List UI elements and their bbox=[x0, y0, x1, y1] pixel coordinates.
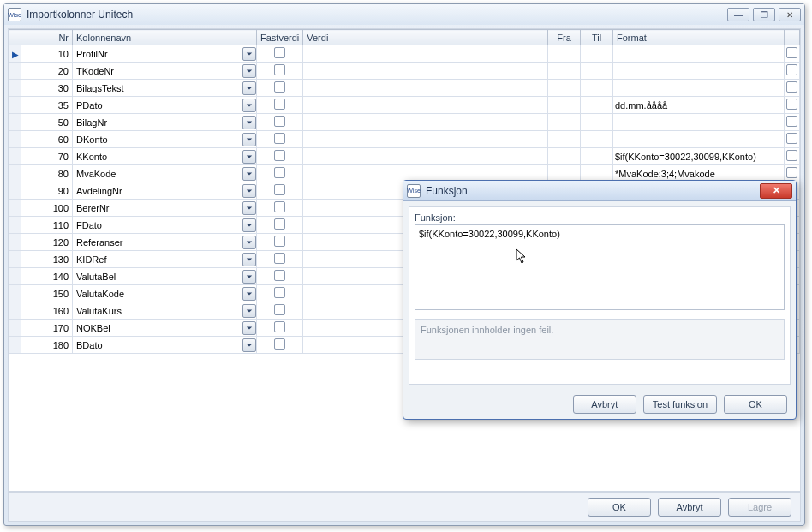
tail-checkbox[interactable] bbox=[786, 99, 797, 110]
tail-checkbox[interactable] bbox=[786, 133, 797, 144]
row-handle[interactable] bbox=[9, 251, 21, 268]
cell-format[interactable]: $if(KKonto=30022,30099,KKonto) bbox=[613, 148, 785, 165]
cell-name[interactable]: PDato bbox=[73, 97, 257, 114]
fastverdi-checkbox[interactable] bbox=[274, 133, 285, 144]
cell-format[interactable]: dd.mm.åååå bbox=[613, 97, 785, 114]
cell-fastverdi[interactable] bbox=[257, 80, 303, 97]
cell-name[interactable]: KKonto bbox=[73, 148, 257, 165]
cell-name[interactable]: Referanser bbox=[73, 234, 257, 251]
cell-name[interactable]: BererNr bbox=[73, 200, 257, 217]
cell-nr[interactable]: 150 bbox=[21, 285, 73, 302]
cell-nr[interactable]: 30 bbox=[21, 80, 73, 97]
row-handle[interactable] bbox=[9, 148, 21, 165]
cell-nr[interactable]: 10 bbox=[21, 45, 73, 63]
table-row[interactable]: 20TKodeNr bbox=[9, 63, 800, 80]
cell-name[interactable]: ProfilNr bbox=[73, 45, 257, 63]
col-name[interactable]: Kolonnenavn bbox=[73, 30, 257, 45]
cell-fastverdi[interactable] bbox=[257, 217, 303, 234]
fastverdi-checkbox[interactable] bbox=[274, 253, 285, 264]
row-handle[interactable] bbox=[9, 114, 21, 131]
cell-til[interactable] bbox=[581, 131, 613, 148]
cell-name[interactable]: KIDRef bbox=[73, 251, 257, 268]
row-handle[interactable] bbox=[9, 182, 21, 200]
cell-nr[interactable]: 100 bbox=[21, 200, 73, 217]
fastverdi-checkbox[interactable] bbox=[274, 338, 285, 350]
dropdown-icon[interactable] bbox=[242, 184, 256, 198]
cell-name[interactable]: TKodeNr bbox=[73, 63, 257, 80]
cell-verdi[interactable] bbox=[303, 148, 548, 165]
cell-name[interactable]: ValutaKode bbox=[73, 285, 257, 302]
cell-fastverdi[interactable] bbox=[257, 165, 303, 182]
dropdown-icon[interactable] bbox=[242, 167, 256, 181]
row-handle[interactable] bbox=[9, 285, 21, 302]
cell-til[interactable] bbox=[581, 97, 613, 114]
fastverdi-checkbox[interactable] bbox=[274, 116, 285, 127]
cell-nr[interactable]: 20 bbox=[21, 63, 73, 80]
minimize-button[interactable]: — bbox=[727, 8, 749, 21]
cell-name[interactable]: ValutaKurs bbox=[73, 302, 257, 320]
cell-nr[interactable]: 160 bbox=[21, 302, 73, 320]
cell-fastverdi[interactable] bbox=[257, 302, 303, 320]
cell-fastverdi[interactable] bbox=[257, 337, 303, 354]
row-handle[interactable] bbox=[9, 268, 21, 285]
col-fra[interactable]: Fra bbox=[548, 30, 581, 45]
dropdown-icon[interactable] bbox=[242, 236, 256, 249]
cell-til[interactable] bbox=[581, 114, 613, 131]
cell-nr[interactable]: 50 bbox=[21, 114, 73, 131]
tail-checkbox[interactable] bbox=[786, 116, 797, 127]
dropdown-icon[interactable] bbox=[242, 321, 256, 335]
fastverdi-checkbox[interactable] bbox=[274, 236, 285, 247]
save-button[interactable]: Lagre bbox=[728, 498, 791, 517]
fastverdi-checkbox[interactable] bbox=[274, 270, 285, 281]
close-button[interactable]: ✕ bbox=[779, 8, 801, 21]
dropdown-icon[interactable] bbox=[242, 338, 256, 352]
fastverdi-checkbox[interactable] bbox=[274, 81, 285, 93]
cell-verdi[interactable] bbox=[303, 45, 548, 63]
cell-fastverdi[interactable] bbox=[257, 251, 303, 268]
dialog-ok-button[interactable]: OK bbox=[724, 395, 787, 414]
cell-nr[interactable]: 60 bbox=[21, 131, 73, 148]
row-handle[interactable] bbox=[9, 80, 21, 97]
fastverdi-checkbox[interactable] bbox=[274, 304, 285, 315]
cell-fastverdi[interactable] bbox=[257, 182, 303, 200]
table-row[interactable]: 30BilagsTekst bbox=[9, 80, 800, 97]
cell-name[interactable]: MvaKode bbox=[73, 165, 257, 182]
cell-nr[interactable]: 90 bbox=[21, 182, 73, 200]
cell-fra[interactable] bbox=[548, 148, 581, 165]
cell-name[interactable]: FDato bbox=[73, 217, 257, 234]
row-handle[interactable] bbox=[9, 131, 21, 148]
cell-fastverdi[interactable] bbox=[257, 97, 303, 114]
cell-til[interactable] bbox=[581, 80, 613, 97]
dropdown-icon[interactable] bbox=[242, 116, 256, 129]
cell-fra[interactable] bbox=[548, 114, 581, 131]
cell-nr[interactable]: 80 bbox=[21, 165, 73, 182]
table-row[interactable]: 35PDatodd.mm.åååå bbox=[9, 97, 800, 114]
cell-fastverdi[interactable] bbox=[257, 114, 303, 131]
cell-format[interactable] bbox=[613, 114, 785, 131]
cell-name[interactable]: ValutaBel bbox=[73, 268, 257, 285]
cell-name[interactable]: DKonto bbox=[73, 131, 257, 148]
col-format[interactable]: Format bbox=[613, 30, 785, 45]
fastverdi-checkbox[interactable] bbox=[274, 150, 285, 161]
table-row[interactable]: 50BilagNr bbox=[9, 114, 800, 131]
cell-name[interactable]: BilagsTekst bbox=[73, 80, 257, 97]
fastverdi-checkbox[interactable] bbox=[274, 321, 285, 332]
fastverdi-checkbox[interactable] bbox=[274, 167, 285, 178]
row-handle[interactable]: ▶ bbox=[9, 45, 21, 63]
cell-format[interactable] bbox=[613, 80, 785, 97]
cell-format[interactable] bbox=[613, 63, 785, 80]
table-row[interactable]: ▶10ProfilNr bbox=[9, 45, 800, 63]
cell-fastverdi[interactable] bbox=[257, 285, 303, 302]
cell-verdi[interactable] bbox=[303, 97, 548, 114]
cell-nr[interactable]: 140 bbox=[21, 268, 73, 285]
fastverdi-checkbox[interactable] bbox=[274, 218, 285, 230]
cell-til[interactable] bbox=[581, 148, 613, 165]
cell-name[interactable]: BilagNr bbox=[73, 114, 257, 131]
dropdown-icon[interactable] bbox=[242, 304, 256, 318]
cell-nr[interactable]: 110 bbox=[21, 217, 73, 234]
dropdown-icon[interactable] bbox=[242, 99, 256, 112]
row-handle[interactable] bbox=[9, 234, 21, 251]
cell-name[interactable]: AvdelingNr bbox=[73, 182, 257, 200]
fastverdi-checkbox[interactable] bbox=[274, 99, 285, 110]
dropdown-icon[interactable] bbox=[242, 133, 256, 146]
